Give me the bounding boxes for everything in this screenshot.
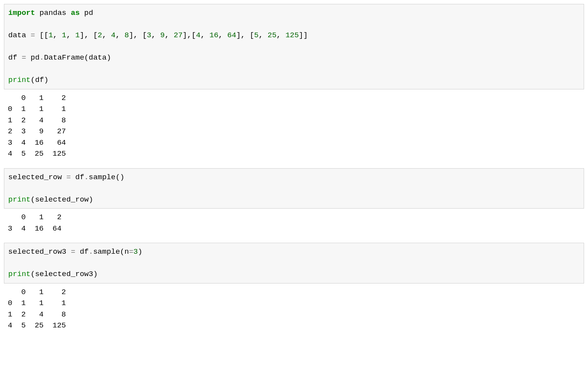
code-token: , xyxy=(165,31,174,40)
code-token: . xyxy=(89,247,93,256)
code-token: selected_row xyxy=(8,173,66,182)
code-input-cell[interactable]: selected_row = df.sample() print(selecte… xyxy=(4,168,584,209)
code-token: = xyxy=(71,247,75,256)
code-token: , xyxy=(102,31,111,40)
code-token: . xyxy=(40,53,44,62)
code-token: 5 xyxy=(254,31,258,40)
code-token: 3 xyxy=(147,31,151,40)
code-token: [[ xyxy=(35,31,48,40)
code-token: 64 xyxy=(227,31,236,40)
code-output-cell: 0 1 2 0 1 1 1 1 2 4 8 4 5 25 125 xyxy=(4,284,584,334)
code-input-cell[interactable]: import pandas as pd data = [[1, 1, 1], [… xyxy=(4,4,584,89)
code-token: print xyxy=(8,76,31,84)
code-token: df xyxy=(75,247,89,256)
code-input-cell[interactable]: selected_row3 = df.sample(n=3) print(sel… xyxy=(4,243,584,284)
code-token: 27 xyxy=(174,31,183,40)
code-token: ], [ xyxy=(129,31,147,40)
code-token: data xyxy=(8,31,31,40)
code-token: 25 xyxy=(268,31,277,40)
code-token: = xyxy=(31,31,35,40)
code-token: (selected_row) xyxy=(31,195,93,204)
code-token: pd xyxy=(80,9,93,17)
code-token: , xyxy=(276,31,285,40)
code-token: , xyxy=(259,31,268,40)
code-token: 16 xyxy=(209,31,218,40)
code-token: . xyxy=(84,173,89,182)
notebook-container: import pandas as pd data = [[1, 1, 1], [… xyxy=(4,4,584,334)
code-token: sample() xyxy=(89,173,124,182)
code-token: , xyxy=(116,31,125,40)
code-token: 3 xyxy=(133,247,138,256)
code-output-cell: 0 1 2 3 4 16 64 xyxy=(4,209,584,237)
code-token: ]] xyxy=(299,31,308,40)
code-token: , xyxy=(200,31,209,40)
code-token: = xyxy=(66,173,71,182)
code-token: selected_row3 xyxy=(8,247,71,256)
code-token: 1 xyxy=(62,31,66,40)
code-token: , xyxy=(218,31,227,40)
code-token: 9 xyxy=(160,31,165,40)
code-token: (df) xyxy=(31,76,49,84)
code-token: import xyxy=(8,9,35,17)
code-token: (selected_row3) xyxy=(31,270,98,278)
code-token: 1 xyxy=(49,31,53,40)
code-token: 1 xyxy=(75,31,80,40)
code-token: = xyxy=(22,53,26,62)
code-token: ) xyxy=(138,247,142,256)
code-token: print xyxy=(8,270,31,278)
code-token: df xyxy=(8,53,22,62)
code-token: 125 xyxy=(285,31,299,40)
code-token: print xyxy=(8,195,31,204)
code-token: 4 xyxy=(196,31,200,40)
code-token: ], [ xyxy=(236,31,254,40)
code-token: ],[ xyxy=(183,31,196,40)
code-token: 8 xyxy=(125,31,129,40)
code-token: df xyxy=(71,173,84,182)
code-output-cell: 0 1 2 0 1 1 1 1 2 4 8 2 3 9 27 3 4 16 64… xyxy=(4,89,584,163)
code-token: , xyxy=(66,31,75,40)
code-token: = xyxy=(129,247,133,256)
code-token: pandas xyxy=(35,9,71,17)
code-token: , xyxy=(53,31,62,40)
code-token: as xyxy=(71,9,80,17)
code-token: DataFrame(data) xyxy=(44,53,111,62)
code-token: 4 xyxy=(111,31,115,40)
code-token: sample(n xyxy=(93,247,129,256)
code-token: pd xyxy=(26,53,40,62)
code-token: 2 xyxy=(98,31,102,40)
code-token: , xyxy=(151,31,160,40)
code-token: ], [ xyxy=(80,31,98,40)
